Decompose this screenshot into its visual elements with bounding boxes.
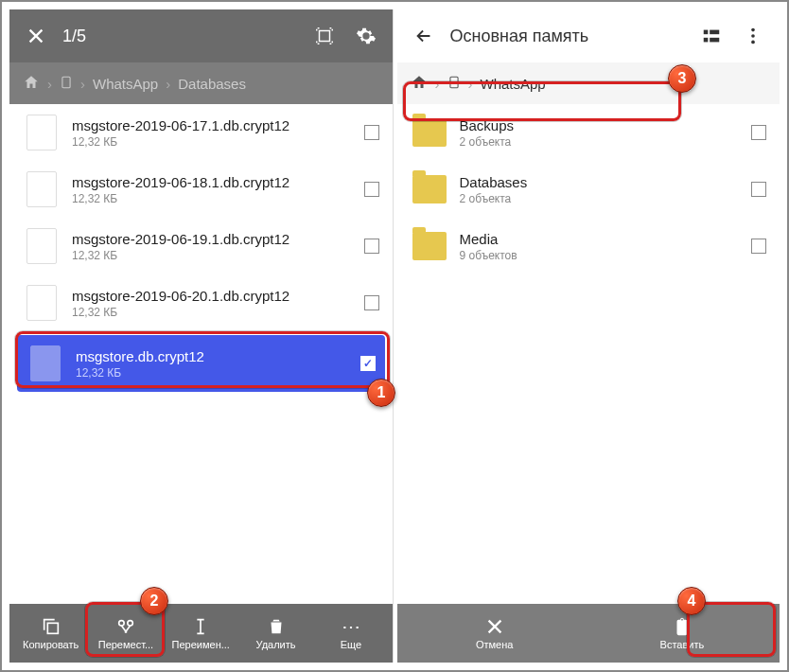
device-icon[interactable]: [447, 74, 461, 94]
svg-point-3: [119, 621, 125, 627]
crumb-whatsapp[interactable]: WhatsApp: [481, 76, 546, 92]
folder-name: Media: [460, 231, 741, 247]
page-title: Основная память: [450, 27, 686, 46]
home-icon[interactable]: [23, 74, 40, 94]
checkbox[interactable]: [364, 239, 379, 254]
breadcrumb-left[interactable]: › › WhatsApp › Databases: [9, 62, 393, 104]
folder-meta: 2 объекта: [460, 135, 741, 149]
checkbox-checked[interactable]: ✓: [360, 356, 376, 371]
paste-label: Вставить: [660, 639, 705, 650]
checkbox[interactable]: [751, 125, 766, 140]
menu-dots-icon[interactable]: [738, 21, 768, 51]
more-button[interactable]: ⋯ Еще: [313, 610, 388, 656]
file-size: 12,32 КБ: [72, 306, 353, 319]
view-list-icon[interactable]: [696, 21, 727, 51]
svg-point-11: [751, 41, 755, 44]
checkbox[interactable]: [751, 239, 766, 254]
file-icon: [23, 114, 61, 151]
file-icon: [23, 284, 61, 322]
home-icon[interactable]: [411, 74, 428, 94]
chevron-right-icon: ›: [47, 76, 52, 92]
pane-selection: 1/5 › › WhatsApp › Databases msgstore-20…: [9, 9, 394, 663]
rename-label: Переимен...: [172, 639, 230, 650]
file-icon: [26, 345, 64, 382]
file-name: msgstore.db.crypt12: [76, 348, 349, 364]
folder-name: Databases: [460, 174, 741, 190]
bottombar-right: Отмена Вставить: [397, 604, 780, 663]
file-name: msgstore-2019-06-20.1.db.crypt12: [72, 288, 353, 304]
list-item-selected[interactable]: msgstore.db.crypt1212,32 КБ ✓: [17, 335, 385, 392]
file-name: msgstore-2019-06-18.1.db.crypt12: [72, 174, 353, 190]
topbar-selection: 1/5: [9, 9, 393, 62]
cancel-label: Отмена: [476, 639, 513, 650]
list-item[interactable]: Media9 объектов: [397, 218, 780, 274]
svg-point-4: [128, 621, 133, 627]
file-list: msgstore-2019-06-17.1.db.crypt1212,32 КБ…: [9, 104, 393, 604]
file-icon: [23, 227, 61, 265]
folder-meta: 2 объекта: [460, 192, 741, 205]
checkbox[interactable]: [751, 182, 766, 197]
folder-meta: 9 объектов: [460, 249, 741, 262]
dots-icon: ⋯: [341, 616, 361, 637]
chevron-right-icon: ›: [468, 76, 473, 92]
copy-label: Копировать: [23, 639, 79, 650]
badge-1: 1: [367, 379, 395, 407]
bottombar-left: Копировать Перемест... Переимен... Удали…: [9, 604, 393, 663]
svg-point-9: [751, 28, 755, 32]
cancel-button[interactable]: Отмена: [401, 610, 588, 656]
rename-button[interactable]: Переимен...: [164, 610, 238, 656]
folder-icon: [411, 227, 448, 265]
file-name: msgstore-2019-06-19.1.db.crypt12: [72, 231, 353, 247]
svg-rect-8: [710, 38, 719, 43]
svg-rect-12: [449, 77, 457, 88]
svg-rect-1: [62, 77, 70, 88]
gear-icon[interactable]: [351, 21, 381, 51]
delete-button[interactable]: Удалить: [238, 610, 313, 656]
copy-button[interactable]: Копировать: [13, 610, 88, 656]
delete-label: Удалить: [256, 639, 296, 650]
list-item[interactable]: msgstore-2019-06-17.1.db.crypt1212,32 КБ: [9, 104, 393, 161]
file-size: 12,32 КБ: [72, 249, 353, 262]
more-label: Еще: [341, 639, 361, 650]
close-icon[interactable]: [21, 21, 51, 51]
crumb-whatsapp[interactable]: WhatsApp: [93, 76, 158, 92]
badge-3: 3: [668, 64, 696, 93]
list-item[interactable]: Databases2 объекта: [397, 161, 780, 218]
chevron-right-icon: ›: [435, 76, 440, 92]
checkbox[interactable]: [364, 125, 379, 140]
svg-rect-2: [47, 623, 58, 633]
file-size: 12,32 КБ: [72, 192, 353, 205]
move-button[interactable]: Перемест...: [88, 610, 163, 656]
svg-rect-7: [704, 38, 709, 43]
svg-rect-5: [704, 30, 709, 35]
file-name: msgstore-2019-06-17.1.db.crypt12: [72, 117, 353, 133]
checkbox[interactable]: [364, 182, 379, 197]
badge-4: 4: [677, 587, 706, 615]
move-label: Перемест...: [98, 639, 153, 650]
list-item[interactable]: msgstore-2019-06-20.1.db.crypt1212,32 КБ: [9, 274, 393, 331]
pane-destination: Основная память › › WhatsApp Backups2 об…: [397, 9, 780, 663]
list-item[interactable]: Backups2 объекта: [397, 104, 780, 161]
select-all-icon[interactable]: [309, 21, 340, 51]
folder-list: Backups2 объекта Databases2 объекта Medi…: [397, 104, 780, 604]
topbar-destination: Основная память: [397, 9, 780, 62]
svg-point-10: [751, 34, 755, 38]
checkbox[interactable]: [364, 295, 379, 310]
chevron-right-icon: ›: [80, 76, 85, 92]
list-item[interactable]: msgstore-2019-06-18.1.db.crypt1212,32 КБ: [9, 161, 393, 218]
svg-rect-6: [710, 30, 719, 35]
file-size: 12,32 КБ: [72, 135, 353, 149]
breadcrumb-right[interactable]: › › WhatsApp: [397, 62, 780, 104]
device-icon[interactable]: [60, 74, 73, 94]
back-icon[interactable]: [409, 21, 439, 51]
file-icon: [23, 170, 61, 208]
chevron-right-icon: ›: [166, 76, 170, 92]
crumb-databases[interactable]: Databases: [178, 76, 246, 92]
paste-button[interactable]: Вставить: [588, 610, 776, 656]
file-size: 12,32 КБ: [76, 366, 349, 380]
folder-icon: [411, 170, 448, 208]
svg-rect-0: [319, 31, 329, 42]
list-item[interactable]: msgstore-2019-06-19.1.db.crypt1212,32 КБ: [9, 218, 393, 274]
badge-2: 2: [140, 587, 168, 615]
selection-counter: 1/5: [62, 27, 298, 46]
